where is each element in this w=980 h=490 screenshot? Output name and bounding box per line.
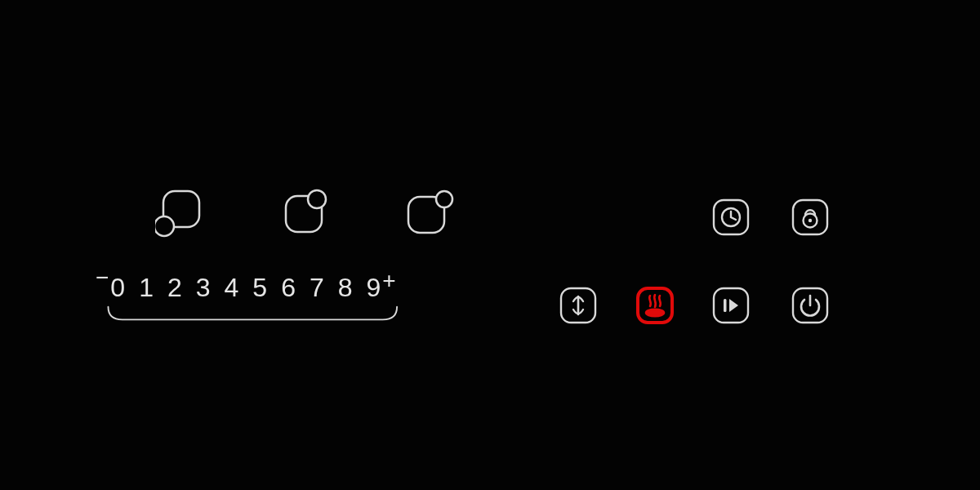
power-level-numbers[interactable]: 0 1 2 3 4 5 6 7 8 9: [110, 274, 381, 301]
power-level-0[interactable]: 0: [110, 274, 125, 301]
power-level-1[interactable]: 1: [139, 274, 154, 301]
zone-front-left-button[interactable]: [155, 188, 206, 238]
power-button[interactable]: [790, 285, 831, 326]
boost-icon: [558, 285, 599, 326]
boost-button[interactable]: [558, 285, 599, 326]
svg-point-13: [646, 310, 664, 316]
power-level-8[interactable]: 8: [338, 274, 353, 301]
svg-rect-15: [724, 299, 727, 312]
clock-icon: [710, 197, 751, 238]
power-level-6[interactable]: 6: [281, 274, 296, 301]
play-next-icon: [710, 285, 751, 326]
slider-plus-icon: +: [382, 270, 395, 292]
zone-rear-right-b-icon: [403, 188, 454, 238]
cooktop-control-panel: − 0 1 2 3 4 5 6 7 8 9 +: [0, 0, 980, 490]
slider-track-icon: [105, 305, 400, 327]
power-level-4[interactable]: 4: [225, 274, 239, 301]
power-level-9[interactable]: 9: [367, 274, 381, 301]
slider-minus-icon: −: [96, 266, 109, 289]
lock-button[interactable]: [790, 197, 831, 238]
svg-point-10: [808, 219, 812, 222]
power-level-2[interactable]: 2: [167, 274, 182, 301]
power-level-7[interactable]: 7: [310, 274, 324, 301]
power-level-3[interactable]: 3: [196, 274, 211, 301]
svg-rect-8: [793, 200, 827, 234]
keep-warm-button[interactable]: [635, 285, 675, 326]
zone-selector-row: [155, 188, 454, 238]
svg-point-1: [155, 216, 174, 236]
zone-front-left-icon: [155, 188, 206, 238]
zone-rear-right-a-button[interactable]: [279, 188, 330, 238]
power-level-5[interactable]: 5: [252, 274, 267, 301]
svg-point-3: [308, 190, 326, 208]
timer-button[interactable]: [710, 197, 751, 238]
lock-icon: [790, 197, 831, 238]
play-pause-button[interactable]: [710, 285, 751, 326]
zone-rear-right-a-icon: [279, 188, 330, 238]
zone-rear-right-b-button[interactable]: [403, 188, 454, 238]
power-icon: [790, 285, 831, 326]
svg-point-5: [436, 191, 452, 207]
power-slider[interactable]: − 0 1 2 3 4 5 6 7 8 9 +: [96, 274, 453, 301]
steam-icon: [635, 285, 675, 326]
power-slider-row: − 0 1 2 3 4 5 6 7 8 9 +: [96, 274, 453, 301]
